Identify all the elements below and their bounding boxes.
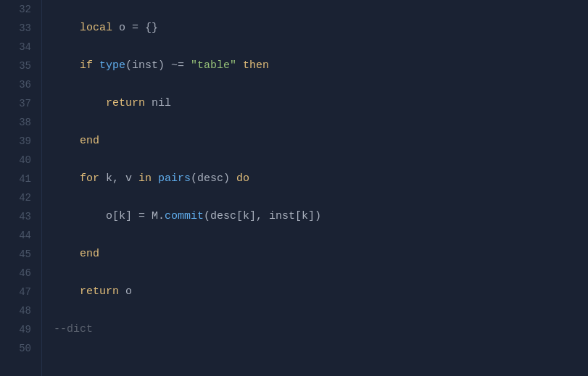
code-line-46 bbox=[42, 264, 588, 283]
line-num-44: 44 bbox=[19, 226, 31, 245]
line-num-40: 40 bbox=[19, 151, 31, 170]
code-content[interactable]: local o = {} if type(inst) ~= "table" th… bbox=[42, 0, 588, 376]
code-line-48 bbox=[42, 301, 588, 320]
line-num-39: 39 bbox=[19, 132, 31, 151]
code-line-40 bbox=[42, 151, 588, 170]
code-line-42 bbox=[42, 188, 588, 207]
line-num-38: 38 bbox=[19, 113, 31, 132]
code-line-32 bbox=[42, 0, 588, 19]
code-line-41: for k, v in pairs(desc) do bbox=[42, 170, 588, 188]
code-line-45: end bbox=[42, 245, 588, 264]
line-num-41: 41 bbox=[19, 170, 31, 188]
line-num-46: 46 bbox=[19, 264, 31, 283]
line-num-43: 43 bbox=[19, 207, 31, 226]
line-num-50: 50 bbox=[19, 339, 31, 358]
code-line-39: end bbox=[42, 132, 588, 151]
code-line-49: --dict bbox=[42, 320, 588, 339]
line-num-37: 37 bbox=[19, 94, 31, 113]
code-line-44 bbox=[42, 226, 588, 245]
code-line-38 bbox=[42, 113, 588, 132]
code-line-34 bbox=[42, 38, 588, 57]
code-line-43: o[k] = M.commit(desc[k], inst[k]) bbox=[42, 207, 588, 226]
line-num-34: 34 bbox=[19, 38, 31, 57]
line-num-33: 33 bbox=[19, 19, 31, 38]
line-num-36: 36 bbox=[19, 75, 31, 94]
line-num-42: 42 bbox=[19, 188, 31, 207]
line-num-49: 49 bbox=[19, 320, 31, 339]
code-line-37: return nil bbox=[42, 94, 588, 113]
code-line-47: return o bbox=[42, 283, 588, 301]
line-num-45: 45 bbox=[19, 245, 31, 264]
code-line-36 bbox=[42, 75, 588, 94]
line-num-48: 48 bbox=[19, 301, 31, 320]
line-num-35: 35 bbox=[19, 57, 31, 75]
line-numbers: 32 33 34 35 36 37 38 39 40 41 42 43 44 4… bbox=[0, 0, 42, 376]
line-num-32: 32 bbox=[19, 0, 31, 19]
line-num-47: 47 bbox=[19, 283, 31, 301]
code-line-35: if type(inst) ~= "table" then bbox=[42, 57, 588, 75]
code-line-33: local o = {} bbox=[42, 19, 588, 38]
code-line-50 bbox=[42, 339, 588, 358]
code-editor: 32 33 34 35 36 37 38 39 40 41 42 43 44 4… bbox=[0, 0, 588, 376]
